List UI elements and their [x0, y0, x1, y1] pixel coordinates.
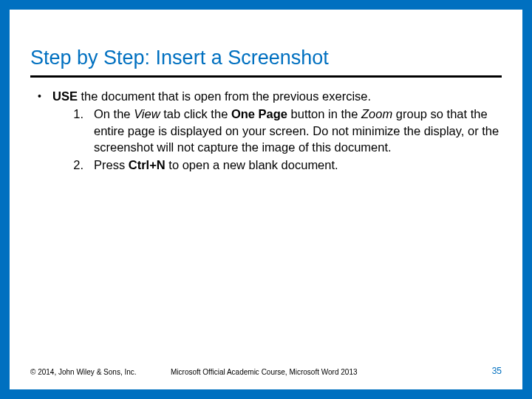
step-text: On the View tab click the One Page butto…: [94, 106, 502, 155]
slide-footer: © 2014, John Wiley & Sons, Inc. Microsof…: [30, 366, 502, 376]
footer-course: Microsoft Official Academic Course, Micr…: [171, 368, 472, 376]
step-2: 2. Press Ctrl+N to open a new blank docu…: [72, 157, 502, 173]
numbered-list: 1. On the View tab click the One Page bu…: [52, 106, 502, 173]
step-number: 2.: [72, 157, 94, 173]
slide-content: • USE the document that is open from the…: [30, 88, 502, 366]
slide: Step by Step: Insert a Screenshot • USE …: [10, 10, 522, 389]
step-number: 1.: [72, 106, 94, 155]
bullet-item: • USE the document that is open from the…: [38, 88, 502, 174]
footer-page-number: 35: [472, 366, 502, 376]
step-1: 1. On the View tab click the One Page bu…: [72, 106, 502, 155]
step-text: Press Ctrl+N to open a new blank documen…: [94, 157, 502, 173]
bullet-body: USE the document that is open from the p…: [52, 88, 502, 174]
slide-title: Step by Step: Insert a Screenshot: [30, 47, 502, 78]
footer-copyright: © 2014, John Wiley & Sons, Inc.: [30, 368, 171, 376]
bullet-marker: •: [38, 88, 52, 174]
bullet-lead: USE the document that is open from the p…: [52, 88, 502, 104]
